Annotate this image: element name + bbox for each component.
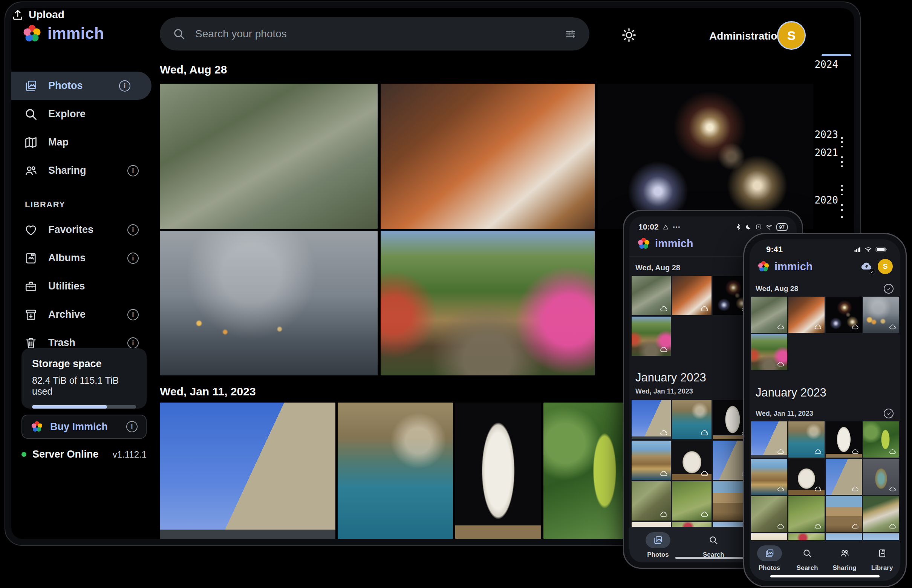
photo-autumn-flower-path[interactable] <box>632 317 671 356</box>
server-status-row: Server Online v1.112.1 <box>21 449 147 460</box>
select-all-check-icon[interactable] <box>884 409 894 418</box>
photo-alpine-houses[interactable] <box>863 496 899 532</box>
sharing-people-icon <box>839 548 849 558</box>
cloud-sync-icon <box>660 510 668 518</box>
photo-beach-cliff[interactable] <box>751 459 787 495</box>
photo-zoo-monkeys[interactable] <box>160 84 378 229</box>
timeline-year-2021[interactable]: 2021 <box>810 147 838 158</box>
info-icon[interactable]: i <box>119 80 131 92</box>
info-icon[interactable]: i <box>128 165 139 176</box>
administration-link[interactable]: Administration <box>709 30 784 42</box>
cloud-sync-icon <box>814 323 822 331</box>
user-avatar[interactable]: S <box>777 21 806 50</box>
nav-item-photos[interactable]: Photos <box>646 532 670 559</box>
photo-dinner-table[interactable] <box>672 276 712 315</box>
nav-item-search[interactable]: Search <box>703 532 724 559</box>
cloud-sync-icon <box>660 469 668 478</box>
search-icon <box>802 548 812 558</box>
sidebar-item-map[interactable]: Map <box>11 128 160 157</box>
sidebar-item-albums[interactable]: Albums i <box>11 244 160 272</box>
nav-item-sharing[interactable]: Sharing <box>833 545 856 572</box>
sidebar-item-explore[interactable]: Explore <box>11 100 160 128</box>
sidebar-item-sharing[interactable]: Sharing i <box>11 157 160 185</box>
home-indicator[interactable] <box>675 557 751 559</box>
nav-item-library[interactable]: Library <box>871 545 893 572</box>
photo-dinner-table[interactable] <box>788 297 825 333</box>
photo-coastal-fort[interactable] <box>338 402 453 539</box>
cloud-sync-icon <box>814 522 822 530</box>
select-all-check-icon[interactable] <box>884 284 894 294</box>
info-icon[interactable]: i <box>126 421 137 432</box>
timeline-scrub-indicator[interactable] <box>822 54 851 56</box>
photo-ruined-walls[interactable] <box>826 459 862 495</box>
cloud-sync-icon <box>660 428 668 437</box>
storage-progress-fill <box>32 405 107 409</box>
photo-lizard-closeup[interactable] <box>672 481 712 520</box>
timeline-year-2020[interactable]: 2020 <box>810 194 838 206</box>
backup-cloud-button[interactable]: ✓ <box>860 259 873 274</box>
buy-immich-button[interactable]: Buy Immich i <box>21 415 147 439</box>
photo-coastal-fort[interactable] <box>672 400 712 439</box>
photo-coastal-fort[interactable] <box>788 422 825 457</box>
photo-seagrape-plant[interactable] <box>863 422 899 457</box>
home-indicator[interactable] <box>770 575 880 577</box>
sidebar-item-utilities[interactable]: Utilities <box>11 272 160 300</box>
date-group-header: Wed, Aug 28 <box>160 63 227 76</box>
cloud-sync-icon <box>889 448 897 456</box>
photo-village-tower[interactable] <box>826 496 862 532</box>
user-avatar[interactable]: S <box>878 259 893 274</box>
photo-ornate-tower[interactable] <box>863 459 899 495</box>
photo-autumn-flower-path[interactable] <box>751 334 787 370</box>
theme-toggle-button[interactable] <box>621 27 637 44</box>
album-icon <box>24 251 38 265</box>
active-pill <box>646 532 670 548</box>
photo-holding-hands[interactable] <box>160 231 378 375</box>
photo-zoo-monkeys[interactable] <box>632 276 671 315</box>
info-icon[interactable]: i <box>128 338 139 349</box>
sidebar-item-photos[interactable]: Photos i <box>11 72 152 100</box>
immich-logo: immich <box>22 23 104 44</box>
timeline-year-2024[interactable]: 2024 <box>810 59 838 70</box>
photo-beach-cliff[interactable] <box>632 441 671 480</box>
timeline-year-2023[interactable]: 2023 <box>810 129 838 140</box>
search-filter-icon[interactable] <box>565 28 576 40</box>
immich-flower-icon <box>757 260 770 273</box>
nav-item-photos[interactable]: Photos <box>757 545 782 572</box>
photo-autumn-flower-path[interactable] <box>381 231 595 375</box>
photo-zoo-monkeys[interactable] <box>751 297 787 333</box>
explore-search-icon <box>24 107 38 121</box>
date-group-header: Wed, Aug 28 <box>755 284 798 293</box>
photo-marble-carving[interactable] <box>672 441 712 480</box>
photo-fireworks[interactable] <box>826 297 862 333</box>
photo-holding-hands[interactable] <box>863 297 899 333</box>
cloud-sync-icon <box>701 510 709 518</box>
storage-progress-bar <box>32 405 136 409</box>
photo-marble-bust[interactable] <box>455 402 541 539</box>
battery-icon: 97 <box>776 223 788 231</box>
nav-item-search[interactable]: Search <box>797 545 818 572</box>
info-icon[interactable]: i <box>128 224 139 236</box>
bluetooth-icon <box>735 223 742 230</box>
cloud-sync-icon <box>777 323 784 331</box>
photo-dinner-table[interactable] <box>381 84 595 229</box>
sidebar-item-archive[interactable]: Archive i <box>11 300 160 329</box>
photo-fortress-walls[interactable] <box>632 400 671 439</box>
search-bar[interactable]: Search your photos <box>160 17 589 50</box>
photo-lizards[interactable] <box>751 496 787 532</box>
app-title: immich <box>655 237 693 250</box>
photo-fortress-walls[interactable] <box>160 402 336 539</box>
photo-fireworks[interactable] <box>598 84 813 229</box>
upload-icon <box>11 8 24 21</box>
sidebar-item-favorites[interactable]: Favorites i <box>11 216 160 244</box>
photo-lizards[interactable] <box>632 481 671 520</box>
info-icon[interactable]: i <box>128 309 139 320</box>
photo-lizard-closeup[interactable] <box>788 496 825 532</box>
photo-marble-bust[interactable] <box>826 422 862 457</box>
info-icon[interactable]: i <box>128 252 139 264</box>
photo-fortress-walls[interactable] <box>751 422 787 457</box>
photo-marble-carving[interactable] <box>788 459 825 495</box>
cloud-sync-icon <box>852 323 859 331</box>
timeline-dots <box>841 185 843 195</box>
cloud-sync-icon <box>814 448 822 456</box>
cloud-sync-icon <box>852 448 859 456</box>
